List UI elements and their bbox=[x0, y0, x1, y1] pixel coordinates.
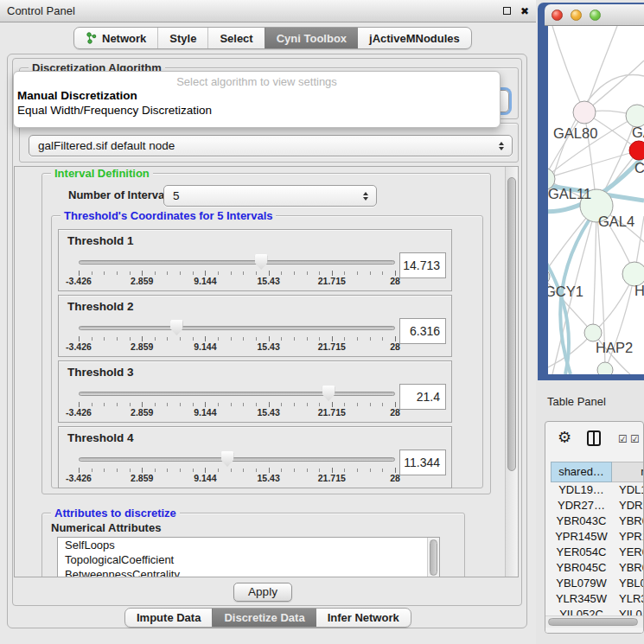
tick-label: -3.426 bbox=[66, 473, 92, 483]
table-panel-title: Table Panel bbox=[547, 395, 606, 408]
list-item[interactable]: TopologicalCoefficient bbox=[58, 552, 439, 567]
node-label-hap2: HAP2 bbox=[596, 340, 633, 355]
tab-impute-data[interactable]: Impute Data bbox=[125, 609, 212, 627]
algorithm-dropdown-popup: Select algorithm to view settings Manual… bbox=[13, 71, 501, 128]
zoom-traffic-light-icon[interactable] bbox=[590, 10, 601, 21]
threshold-3-label: Threshold 3 bbox=[67, 366, 134, 379]
threshold-2-panel: Threshold 2 -3.426 2.859 9.144 15.43 bbox=[58, 295, 452, 357]
node-label-partial-low: H bbox=[634, 283, 644, 298]
network-view-window: GAL80 GA C GAL11 GAL4 GCY1 H HAP2 bbox=[538, 3, 644, 380]
apply-button[interactable]: Apply bbox=[233, 583, 292, 602]
split-columns-icon[interactable] bbox=[587, 430, 601, 446]
network-canvas[interactable]: GAL80 GA C GAL11 GAL4 GCY1 H HAP2 bbox=[548, 26, 644, 374]
number-of-intervals-value: 5 bbox=[173, 189, 180, 202]
threshold-3-slider[interactable]: -3.426 2.859 9.144 15.43 21.715 28 bbox=[79, 385, 395, 416]
table-row[interactable]: YPR145WYPR1 bbox=[551, 529, 644, 545]
column-header-name[interactable]: name bbox=[612, 462, 644, 482]
tab-jactivemnodules[interactable]: jActiveMNodules bbox=[358, 28, 471, 48]
title-bar: Control Panel ✖ bbox=[0, 0, 536, 22]
slider-track[interactable] bbox=[79, 457, 395, 462]
table-row[interactable]: YBL079WYBL0 bbox=[551, 576, 644, 591]
tick-label: -3.426 bbox=[66, 341, 92, 352]
table-row[interactable]: YDL19…YDL1 bbox=[551, 482, 644, 498]
slider-minor-ticks bbox=[79, 469, 396, 472]
network-node-selected-red[interactable] bbox=[629, 141, 644, 160]
gear-icon[interactable]: ⚙ bbox=[558, 429, 571, 446]
minimize-traffic-light-icon[interactable] bbox=[571, 10, 582, 21]
scrollbar-thumb[interactable] bbox=[548, 618, 638, 626]
table-row[interactable]: YER054CYER0 bbox=[551, 545, 644, 560]
threshold-3-value-field[interactable]: 21.4 bbox=[399, 384, 446, 410]
number-of-intervals-combobox[interactable]: 5 bbox=[163, 185, 377, 207]
network-node-hap2[interactable] bbox=[584, 324, 602, 341]
close-traffic-light-icon[interactable] bbox=[552, 10, 563, 21]
threshold-4-panel: Threshold 4 -3.426 2.859 9.144 15.43 bbox=[58, 426, 452, 488]
close-icon[interactable]: ✖ bbox=[520, 4, 529, 18]
threshold-2-label: Threshold 2 bbox=[67, 300, 134, 313]
number-of-intervals-label: Number of Intervals bbox=[68, 188, 174, 201]
dropdown-placeholder-item: Select algorithm to view settings bbox=[14, 75, 500, 88]
threshold-2-slider[interactable]: -3.426 2.859 9.144 15.43 21.715 28 bbox=[79, 319, 395, 350]
column-header-shared[interactable]: shared… bbox=[551, 462, 612, 482]
tab-discretize-data[interactable]: Discretize Data bbox=[212, 609, 316, 627]
node-label-gal80: GAL80 bbox=[553, 125, 597, 141]
table-data-combobox[interactable]: galFiltered.sif default node bbox=[29, 135, 513, 156]
float-window-icon[interactable] bbox=[503, 7, 511, 15]
tick-label: -3.426 bbox=[66, 276, 92, 286]
threshold-4-value-field[interactable]: 11.344 bbox=[399, 450, 446, 475]
table-row[interactable]: YBR045CYBR0 bbox=[551, 560, 644, 576]
settings-scroll-area: Interval Definition Number of Intervals … bbox=[14, 166, 519, 577]
threshold-4-label: Threshold 4 bbox=[67, 431, 134, 444]
table-header-row: shared… name bbox=[551, 462, 644, 482]
scrollbar-thumb[interactable] bbox=[507, 177, 516, 471]
tab-network-label: Network bbox=[102, 32, 146, 45]
dropdown-option-manual-discretization[interactable]: Manual Discretization bbox=[14, 88, 500, 103]
threshold-4-slider[interactable]: -3.426 2.859 9.144 15.43 21.715 28 bbox=[79, 450, 395, 481]
tab-network[interactable]: Network bbox=[74, 28, 157, 48]
settings-scrollbar[interactable] bbox=[505, 167, 518, 577]
table-row[interactable]: YDR27…YDR2 bbox=[551, 498, 644, 513]
tick-label: 2.859 bbox=[131, 341, 153, 352]
tick-label: 9.144 bbox=[194, 341, 216, 352]
tick-label: 15.43 bbox=[257, 341, 279, 352]
table-row[interactable]: YBR043CYBR0 bbox=[551, 513, 644, 529]
list-scrollbar[interactable] bbox=[427, 538, 439, 577]
dropdown-option-equal-width-frequency[interactable]: Equal Width/Frequency Discretization bbox=[14, 103, 500, 118]
checkbox-icon[interactable]: ☑ bbox=[618, 433, 628, 445]
node-label-gal4: GAL4 bbox=[598, 214, 634, 229]
tab-cyni-toolbox[interactable]: Cyni Toolbox bbox=[265, 28, 358, 48]
slider-thumb[interactable] bbox=[221, 451, 234, 467]
checkbox-icon[interactable]: ☑ bbox=[630, 433, 640, 445]
bottom-tab-bar: Impute Data Discretize Data Infer Networ… bbox=[124, 608, 411, 628]
network-node-partial-bottom[interactable] bbox=[597, 362, 613, 374]
group-title-attributes: Attributes to discretize bbox=[51, 507, 180, 520]
threshold-1-slider[interactable]: -3.426 2.859 9.144 15.43 21.715 28 bbox=[79, 253, 395, 284]
slider-track[interactable] bbox=[79, 326, 395, 330]
tab-infer-network[interactable]: Infer Network bbox=[316, 609, 411, 627]
tick-label: 15.43 bbox=[257, 473, 279, 483]
threshold-1-panel: Threshold 1 -3.426 2.859 9.144 15.43 bbox=[58, 229, 452, 291]
tab-select[interactable]: Select bbox=[207, 28, 264, 48]
slider-track[interactable] bbox=[79, 260, 395, 265]
threshold-2-value-field[interactable]: 6.316 bbox=[399, 318, 446, 344]
node-label-gcy1: GCY1 bbox=[548, 284, 583, 299]
tick-label: 21.715 bbox=[318, 407, 346, 418]
slider-thumb[interactable] bbox=[322, 386, 335, 401]
tab-style[interactable]: Style bbox=[157, 28, 207, 48]
slider-track[interactable] bbox=[79, 392, 395, 396]
tick-label: 2.859 bbox=[131, 407, 153, 418]
tick-label: 21.715 bbox=[318, 341, 346, 352]
slider-thumb[interactable] bbox=[170, 320, 183, 335]
table-horizontal-scrollbar[interactable] bbox=[545, 615, 644, 628]
network-window-titlebar[interactable] bbox=[545, 4, 644, 26]
right-column: GAL80 GA C GAL11 GAL4 GCY1 H HAP2 Table … bbox=[536, 0, 644, 644]
slider-thumb[interactable] bbox=[255, 254, 268, 270]
threshold-1-value-field[interactable]: 14.713 bbox=[399, 252, 446, 278]
list-item[interactable]: SelfLoops bbox=[58, 538, 439, 552]
table-row[interactable]: YLR345WYLR3 bbox=[551, 591, 644, 607]
list-item[interactable]: BetweennessCentrality bbox=[58, 567, 439, 577]
cyni-toolbox-panel: Discretization Algorithm Select algorith… bbox=[7, 54, 527, 628]
tick-label: 21.715 bbox=[318, 276, 346, 286]
network-node-gal80[interactable] bbox=[573, 101, 596, 124]
numerical-attributes-label: Numerical Attributes bbox=[51, 521, 161, 534]
